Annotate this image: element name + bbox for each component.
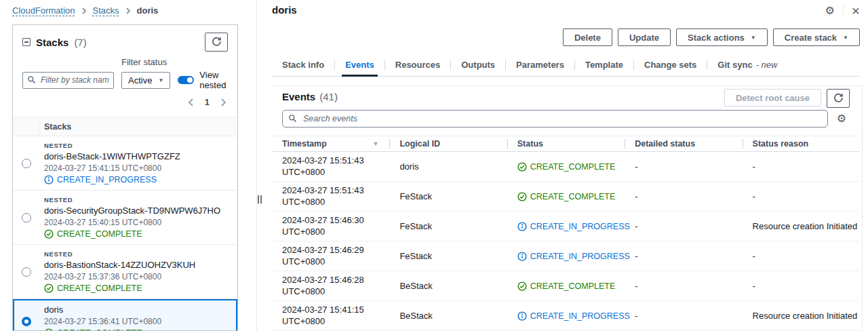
new-feature-flag: - new xyxy=(756,60,778,70)
refresh-icon xyxy=(211,36,222,49)
event-status: CREATE_COMPLETE xyxy=(517,192,625,201)
stack-row[interactable]: NESTED doris-BastionStack-14ZZUOHZV3KUH … xyxy=(13,245,237,299)
stack-actions-button[interactable]: Stack actions ▼ xyxy=(676,28,768,46)
chevron-right-icon xyxy=(125,7,131,14)
tab-parameters[interactable]: Parameters xyxy=(506,53,574,76)
page-title: doris xyxy=(272,4,297,16)
stacks-list-header: Stacks xyxy=(13,117,237,136)
page-number[interactable]: 1 xyxy=(205,97,210,107)
stack-name: doris-BastionStack-14ZZUOHZV3KUH xyxy=(44,260,195,270)
success-icon xyxy=(517,162,527,172)
column-header-status-reason[interactable]: Status reason xyxy=(743,136,860,151)
chevron-down-icon: ▼ xyxy=(843,35,848,41)
column-header-logical-id[interactable]: Logical ID xyxy=(389,136,507,151)
stacks-count: (7) xyxy=(74,37,86,48)
nested-badge: NESTED xyxy=(44,250,195,258)
tab-outputs[interactable]: Outputs xyxy=(451,53,505,76)
event-timestamp: 2024-03-27 15:51:43UTC+0800 xyxy=(272,155,389,178)
search-icon xyxy=(27,75,36,86)
sort-descending-icon[interactable]: ▼ xyxy=(372,140,378,147)
event-status-reason: Resource creation Initiated xyxy=(743,221,860,231)
in-progress-icon xyxy=(517,222,527,231)
event-logical-id: doris xyxy=(389,161,507,172)
settings-gear-icon[interactable]: ⚙ xyxy=(825,5,834,16)
create-stack-button[interactable]: Create stack ▼ xyxy=(773,28,860,46)
events-search-input[interactable] xyxy=(282,110,828,128)
success-icon xyxy=(44,284,54,293)
column-header-status[interactable]: Status xyxy=(507,136,625,151)
event-detailed-status: - xyxy=(625,221,742,231)
breadcrumb-stacks[interactable]: Stacks xyxy=(93,5,119,16)
event-logical-id: FeStack xyxy=(389,221,507,231)
event-detailed-status: - xyxy=(625,281,742,291)
breadcrumb-cloudformation[interactable]: CloudFormation xyxy=(12,5,75,16)
event-status-reason: - xyxy=(743,281,860,291)
events-search xyxy=(282,110,828,128)
tab-template[interactable]: Template xyxy=(575,53,633,76)
stack-status: CREATE_IN_PROGRESS xyxy=(44,175,180,184)
stack-radio[interactable] xyxy=(22,159,31,168)
stack-timestamp: 2024-03-27 15:37:36 UTC+0800 xyxy=(44,272,195,281)
event-row[interactable]: 2024-03-27 15:51:43UTC+0800 doris CREATE… xyxy=(272,152,860,182)
event-row[interactable]: 2024-03-27 15:46:28UTC+0800 BeStack CREA… xyxy=(272,271,860,301)
stack-action-bar: Delete Update Stack actions ▼ Create sta… xyxy=(563,28,860,46)
tab-change-sets[interactable]: Change sets xyxy=(634,53,707,76)
stack-radio[interactable] xyxy=(22,213,31,222)
stack-name: doris-BeStack-1WIWTHWPTGZFZ xyxy=(44,151,180,161)
success-icon xyxy=(44,229,54,239)
column-header-detailed-status[interactable]: Detailed status xyxy=(625,136,742,151)
event-logical-id: FeStack xyxy=(389,191,507,201)
stack-status: CREATE_COMPLETE xyxy=(44,229,220,239)
column-header-timestamp[interactable]: Timestamp ▼ xyxy=(272,136,389,151)
event-status: CREATE_IN_PROGRESS xyxy=(517,311,625,321)
event-status-reason: - xyxy=(743,161,860,172)
event-row[interactable]: 2024-03-27 15:41:15UTC+0800 BeStack CREA… xyxy=(272,301,860,331)
collapse-icon[interactable] xyxy=(22,38,31,46)
stack-search-input[interactable] xyxy=(22,72,114,89)
refresh-stacks-button[interactable] xyxy=(205,33,228,52)
breadcrumb: CloudFormation Stacks doris xyxy=(12,5,158,16)
event-status: CREATE_COMPLETE xyxy=(517,281,625,291)
detect-root-cause-button[interactable]: Detect root cause xyxy=(724,89,821,106)
next-page-button[interactable] xyxy=(220,98,226,106)
delete-button[interactable]: Delete xyxy=(563,28,612,46)
tab-resources[interactable]: Resources xyxy=(385,53,450,76)
stack-timestamp: 2024-03-27 15:41:15 UTC+0800 xyxy=(44,163,180,173)
close-icon[interactable]: × xyxy=(852,3,860,18)
table-preferences-gear-icon[interactable]: ⚙ xyxy=(837,113,846,124)
success-icon xyxy=(517,192,527,201)
event-logical-id: BeStack xyxy=(389,281,507,291)
in-progress-icon xyxy=(517,252,527,261)
previous-page-button[interactable] xyxy=(188,98,194,106)
nested-badge: NESTED xyxy=(44,142,180,149)
stack-status: CREATE_COMPLETE xyxy=(44,328,161,331)
event-row[interactable]: 2024-03-27 15:46:30UTC+0800 FeStack CREA… xyxy=(272,212,860,241)
tab-git-sync[interactable]: Git sync - new xyxy=(707,53,787,76)
status-filter-select[interactable]: Active ▼ xyxy=(121,72,170,89)
view-nested-toggle[interactable] xyxy=(178,76,194,84)
event-detailed-status: - xyxy=(625,191,742,201)
stack-row-selected[interactable]: doris 2024-03-27 15:36:41 UTC+0800 CREAT… xyxy=(13,299,237,331)
event-status-reason: - xyxy=(743,191,860,201)
nested-badge: NESTED xyxy=(44,196,220,203)
event-timestamp: 2024-03-27 15:51:43UTC+0800 xyxy=(272,185,389,208)
stack-timestamp: 2024-03-27 15:40:15 UTC+0800 xyxy=(44,218,220,227)
events-count: (41) xyxy=(319,91,338,102)
event-row[interactable]: 2024-03-27 15:46:29UTC+0800 FeStack CREA… xyxy=(272,241,860,271)
update-button[interactable]: Update xyxy=(618,28,671,46)
event-status-reason: - xyxy=(743,251,860,261)
refresh-events-button[interactable] xyxy=(827,89,850,108)
stack-radio[interactable] xyxy=(22,267,31,277)
event-row[interactable]: 2024-03-27 15:51:43UTC+0800 FeStack CREA… xyxy=(272,182,860,212)
panel-resize-handle[interactable] xyxy=(258,195,262,203)
tab-events[interactable]: Events xyxy=(335,53,384,76)
stack-row[interactable]: NESTED doris-BeStack-1WIWTHWPTGZFZ 2024-… xyxy=(13,136,237,191)
stack-search xyxy=(22,72,114,89)
events-title: Events xyxy=(282,91,315,102)
panel-divider xyxy=(256,0,257,331)
stack-radio-checked[interactable] xyxy=(22,317,31,326)
stack-row[interactable]: NESTED doris-SecurityGroupStack-TD9NWPW6… xyxy=(13,191,237,245)
tab-stack-info[interactable]: Stack info xyxy=(272,53,334,76)
stack-timestamp: 2024-03-27 15:36:41 UTC+0800 xyxy=(44,317,161,326)
in-progress-icon xyxy=(44,175,54,184)
